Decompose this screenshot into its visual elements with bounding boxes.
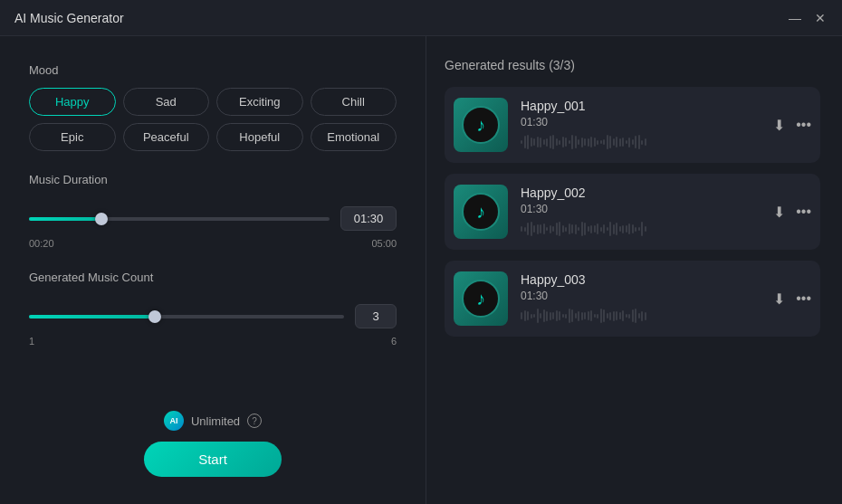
results-header: Generated results (3/3) <box>445 58 820 72</box>
wave-bar <box>597 140 598 145</box>
window-controls: — ✕ <box>788 11 828 25</box>
wave-bar <box>556 310 558 321</box>
wave-bar <box>619 312 621 319</box>
wave-bar <box>616 137 617 147</box>
music-actions-1: ⬇ ••• <box>773 117 811 134</box>
wave-bar <box>550 225 551 233</box>
wave-bar <box>565 227 567 232</box>
wave-bar <box>550 312 551 320</box>
download-button-3[interactable]: ⬇ <box>773 290 785 308</box>
wave-bar <box>575 136 577 148</box>
wave-bar <box>613 311 615 321</box>
wave-bar <box>533 314 535 318</box>
wave-bar <box>635 227 636 232</box>
note-icon-1: ♪ <box>476 115 485 136</box>
duration-track-container[interactable] <box>29 217 330 221</box>
wave-bar <box>581 312 583 320</box>
wave-bar <box>531 138 532 147</box>
wave-bar <box>578 311 579 321</box>
wave-bar <box>628 314 630 319</box>
count-slider-row: 3 <box>29 304 397 328</box>
music-thumb-1: ♪ <box>454 98 508 152</box>
wave-bar <box>645 138 646 146</box>
wave-bar <box>632 224 634 233</box>
wave-bar <box>527 135 529 149</box>
mood-btn-peaceful[interactable]: Peaceful <box>123 123 210 151</box>
wave-bar <box>581 222 583 236</box>
wave-bar <box>632 139 634 145</box>
music-actions-2: ⬇ ••• <box>773 204 811 221</box>
start-button[interactable]: Start <box>144 442 282 477</box>
wave-bar <box>527 311 529 320</box>
music-title-2: Happy_002 <box>521 185 761 200</box>
wave-bar <box>590 137 592 147</box>
mood-btn-hopeful[interactable]: Hopeful <box>216 123 303 151</box>
waveform-3 <box>521 307 761 325</box>
wave-bar <box>569 140 570 144</box>
wave-bar <box>641 140 643 145</box>
duration-track <box>29 217 330 221</box>
wave-bar <box>626 314 627 318</box>
wave-bar <box>540 224 541 233</box>
note-icon-2: ♪ <box>476 202 485 223</box>
duration-min: 00:20 <box>29 238 54 249</box>
wave-bar <box>533 138 535 146</box>
wave-bar <box>635 309 636 323</box>
wave-bar <box>613 138 615 146</box>
count-thumb[interactable] <box>148 310 161 323</box>
wave-bar <box>622 310 624 321</box>
wave-bar <box>537 309 539 323</box>
count-track-container[interactable] <box>29 315 344 319</box>
duration-thumb[interactable] <box>95 213 108 225</box>
wave-bar <box>550 136 551 148</box>
download-button-2[interactable]: ⬇ <box>773 204 785 221</box>
wave-bar <box>533 225 535 233</box>
wave-bar <box>588 226 589 232</box>
wave-bar <box>628 223 630 234</box>
wave-bar <box>638 227 640 231</box>
download-button-1[interactable]: ⬇ <box>773 117 785 134</box>
wave-bar <box>565 314 567 319</box>
wave-bar <box>556 138 558 146</box>
minimize-button[interactable]: — <box>788 11 802 25</box>
count-section: Generated Music Count 3 1 6 <box>29 271 397 347</box>
more-button-3[interactable]: ••• <box>796 290 811 307</box>
more-button-2[interactable]: ••• <box>796 204 811 220</box>
wave-bar <box>600 309 602 323</box>
music-item-3: ♪ Happy_003 01:30 <box>445 261 820 337</box>
mood-btn-happy[interactable]: Happy <box>29 88 116 116</box>
wave-bar <box>531 222 532 236</box>
duration-value: 01:30 <box>340 206 397 231</box>
wave-bar <box>626 225 627 233</box>
count-max: 6 <box>391 336 397 347</box>
info-icon[interactable]: ? <box>247 414 262 428</box>
more-button-1[interactable]: ••• <box>796 117 811 133</box>
wave-bar <box>607 313 608 319</box>
wave-bar <box>622 138 624 147</box>
wave-bar <box>603 139 605 145</box>
close-button[interactable]: ✕ <box>813 11 828 25</box>
wave-bar <box>559 222 560 236</box>
wave-bar <box>543 139 545 145</box>
music-duration-3: 01:30 <box>521 290 761 302</box>
wave-bar <box>543 223 545 234</box>
wave-bar <box>578 227 579 231</box>
wave-bar <box>590 310 592 321</box>
wave-bar <box>521 140 522 144</box>
mood-btn-epic[interactable]: Epic <box>29 123 116 151</box>
mood-btn-exciting[interactable]: Exciting <box>216 88 303 116</box>
mood-btn-chill[interactable]: Chill <box>311 88 397 116</box>
wave-bar <box>619 138 621 147</box>
music-item-2: ♪ Happy_002 01:30 <box>445 174 820 250</box>
wave-bar <box>600 140 602 144</box>
music-duration-1: 01:30 <box>521 116 761 128</box>
count-value: 3 <box>355 304 397 328</box>
music-info-1: Happy_001 01:30 <box>521 99 761 151</box>
mood-btn-emotional[interactable]: Emotional <box>311 123 397 151</box>
mood-btn-sad[interactable]: Sad <box>123 88 210 116</box>
wave-bar <box>609 222 611 236</box>
music-thumb-inner-3: ♪ <box>462 280 500 318</box>
main-container: Mood Happy Sad Exciting Chill Epic Peace… <box>0 36 842 504</box>
wave-bar <box>581 138 583 147</box>
music-title-3: Happy_003 <box>521 272 761 287</box>
